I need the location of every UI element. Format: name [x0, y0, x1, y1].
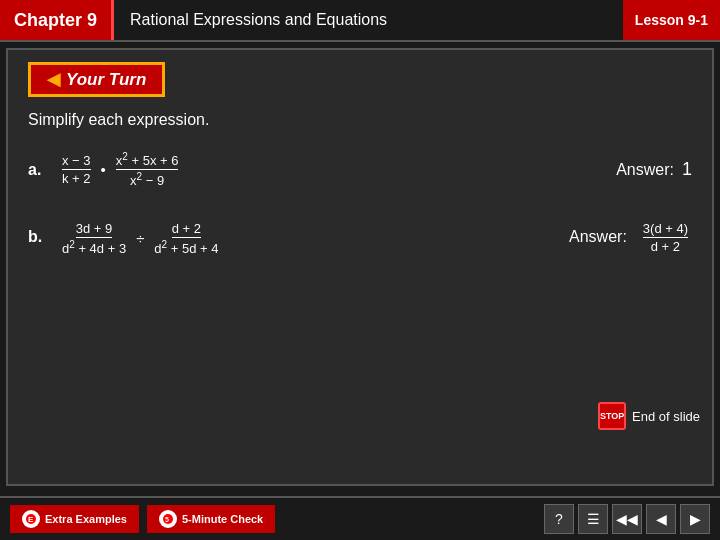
bottom-left-buttons: E Extra Examples 5 5-Minute Check: [10, 505, 275, 533]
five-minute-icon: 5: [159, 510, 177, 528]
problem-a-row: a. x − 3 k + 2 • x2 + 5x + 6 x2 − 9 Answ…: [28, 151, 692, 189]
fraction-b2: d + 2 d2 + 5d + 4: [154, 221, 218, 256]
lesson-label: Lesson 9-1: [635, 12, 708, 28]
end-of-slide-area: STOP End of slide: [598, 402, 700, 430]
answer-b-fraction: 3(d + 4) d + 2: [643, 221, 688, 254]
lesson-badge: Lesson 9-1: [623, 0, 720, 40]
five-minute-label: 5-Minute Check: [182, 513, 263, 525]
problem-b-row: b. 3d + 9 d2 + 4d + 3 ÷ d + 2 d2 + 5d + …: [28, 219, 692, 256]
instruction-text: Simplify each expression.: [28, 111, 692, 129]
answer-b-den: d + 2: [651, 238, 680, 254]
problem-a-label: a.: [28, 161, 58, 179]
your-turn-banner: Your Turn: [28, 62, 165, 97]
answer-a-value: 1: [682, 159, 692, 180]
answer-a-area: Answer: 1: [616, 159, 692, 180]
problem-a-expression: x − 3 k + 2 • x2 + 5x + 6 x2 − 9: [58, 151, 182, 189]
next-button[interactable]: ▶: [680, 504, 710, 534]
extra-examples-icon: E: [22, 510, 40, 528]
chapter-badge: Chapter 9: [0, 0, 114, 40]
fraction-b1: 3d + 9 d2 + 4d + 3: [62, 221, 126, 256]
svg-text:E: E: [28, 515, 34, 524]
prev-prev-button[interactable]: ◀◀: [612, 504, 642, 534]
problem-b-label: b.: [28, 228, 58, 246]
bottom-bar: E Extra Examples 5 5-Minute Check ? ☰ ◀◀…: [0, 496, 720, 540]
header-title: Rational Expressions and Equations: [130, 11, 623, 29]
multiply-operator-a: •: [101, 161, 106, 178]
bottom-right-nav: ? ☰ ◀◀ ◀ ▶: [544, 504, 710, 534]
answer-b-num: 3(d + 4): [643, 221, 688, 238]
frac-b1-num: 3d + 9: [76, 221, 113, 238]
fraction-a2: x2 + 5x + 6 x2 − 9: [116, 151, 179, 189]
header-bar: Chapter 9 Rational Expressions and Equat…: [0, 0, 720, 42]
problem-b-expression: 3d + 9 d2 + 4d + 3 ÷ d + 2 d2 + 5d + 4: [58, 221, 222, 256]
frac-a2-num: x2 + 5x + 6: [116, 151, 179, 170]
answer-b-label: Answer:: [569, 228, 627, 246]
stop-icon: STOP: [598, 402, 626, 430]
your-turn-text: Your Turn: [66, 70, 146, 90]
frac-a1-num: x − 3: [62, 153, 91, 170]
frac-b2-den: d2 + 5d + 4: [154, 238, 218, 256]
frac-b1-den: d2 + 4d + 3: [62, 238, 126, 256]
fraction-a1: x − 3 k + 2: [62, 153, 91, 186]
divide-operator-b: ÷: [136, 230, 144, 247]
menu-button[interactable]: ☰: [578, 504, 608, 534]
chapter-label: Chapter 9: [14, 10, 97, 31]
svg-text:5: 5: [165, 516, 169, 523]
extra-examples-button[interactable]: E Extra Examples: [10, 505, 139, 533]
answer-a-label: Answer:: [616, 161, 674, 179]
frac-b2-num: d + 2: [172, 221, 201, 238]
prev-button[interactable]: ◀: [646, 504, 676, 534]
frac-a1-den: k + 2: [62, 170, 91, 186]
frac-a2-den: x2 − 9: [130, 170, 164, 188]
problem-a-math: x − 3 k + 2 • x2 + 5x + 6 x2 − 9: [58, 151, 616, 189]
answer-b-area: Answer: 3(d + 4) d + 2: [569, 221, 692, 254]
main-content: Your Turn Simplify each expression. a. x…: [6, 48, 714, 486]
five-minute-button[interactable]: 5 5-Minute Check: [147, 505, 275, 533]
problem-b-math: 3d + 9 d2 + 4d + 3 ÷ d + 2 d2 + 5d + 4: [58, 219, 569, 256]
extra-examples-label: Extra Examples: [45, 513, 127, 525]
end-of-slide-text: End of slide: [632, 409, 700, 424]
help-button[interactable]: ?: [544, 504, 574, 534]
